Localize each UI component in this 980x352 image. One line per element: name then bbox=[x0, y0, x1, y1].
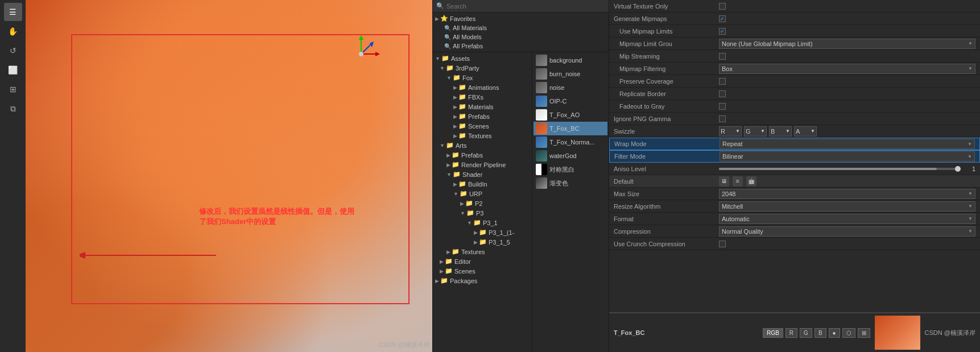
format-dropdown[interactable]: Automatic ▼ bbox=[719, 214, 975, 224]
asset-t-fox-bc[interactable]: T_Fox_BC bbox=[534, 122, 607, 135]
resize-algorithm-dropdown[interactable]: Mitchell ▼ bbox=[719, 201, 975, 212]
asset-watergod-thumb bbox=[536, 150, 547, 161]
virtual-texture-only-checkbox[interactable] bbox=[719, 3, 726, 10]
asset-burn-noise[interactable]: burn_noise bbox=[534, 67, 607, 81]
tree-prefabs[interactable]: ▶ 📁 Prefabs bbox=[433, 111, 532, 121]
generate-mipmaps-checkbox[interactable] bbox=[719, 15, 726, 22]
asset-duicheng[interactable]: 对称黑白 bbox=[534, 163, 607, 176]
tree-scenes[interactable]: ▶ 📁 Scenes bbox=[433, 121, 532, 131]
tree-p3-1-5[interactable]: ▶ 📁 P3_1_5 bbox=[433, 237, 532, 247]
textures2-folder-icon: 📁 bbox=[452, 248, 460, 255]
tree-scenes-label: Scenes bbox=[468, 123, 489, 130]
tree-assets[interactable]: ▼ 📁 Assets bbox=[433, 53, 532, 63]
tree-3rdparty[interactable]: ▼ 📁 3rdParty bbox=[433, 63, 532, 73]
favorite-all-prefabs[interactable]: 🔍 All Prefabs bbox=[433, 42, 609, 51]
tree-animations[interactable]: ▶ 📁 Animations bbox=[433, 82, 532, 92]
toolbar-icon-transform[interactable]: ⧉ bbox=[4, 100, 22, 118]
asset-jianbian[interactable]: 渐变色 bbox=[534, 176, 607, 190]
filter-mode-label: Filter Mode bbox=[614, 153, 720, 160]
tree-editor[interactable]: ▶ 📁 Editor bbox=[433, 256, 532, 266]
render-pipeline-folder-icon: 📁 bbox=[452, 161, 460, 168]
toolbar-icon-rotate[interactable]: ↺ bbox=[4, 42, 22, 60]
replicate-border-checkbox[interactable] bbox=[719, 90, 726, 97]
channel-extra1-button[interactable]: ⬡ bbox=[842, 328, 855, 338]
tree-urp[interactable]: ▼ 📁 URP bbox=[433, 189, 532, 198]
favorite-all-materials[interactable]: 🔍 All Materials bbox=[433, 23, 609, 32]
channel-r-button[interactable]: R bbox=[785, 328, 797, 338]
tree-fbxs[interactable]: ▶ 📁 FBXs bbox=[433, 92, 532, 102]
swizzle-a[interactable]: A ▼ bbox=[794, 126, 817, 136]
tree-render-pipeline[interactable]: ▶ 📁 Render Pipeline bbox=[433, 160, 532, 169]
swizzle-g[interactable]: G ▼ bbox=[744, 126, 767, 136]
asset-noise[interactable]: noise bbox=[534, 81, 607, 94]
aniso-slider-thumb[interactable] bbox=[955, 166, 961, 172]
use-mipmap-limits-checkbox[interactable] bbox=[719, 28, 726, 35]
mipmap-limit-group-value: None (Use Global Mipmap Limit) ▼ bbox=[719, 39, 975, 49]
tree-prefabs2[interactable]: ▶ 📁 Prefabs bbox=[433, 150, 532, 160]
aniso-slider-fill bbox=[719, 168, 937, 170]
wrap-mode-dropdown[interactable]: Repeat ▼ bbox=[720, 139, 975, 149]
tree-textures2[interactable]: ▶ 📁 Textures bbox=[433, 247, 532, 256]
swizzle-b[interactable]: B ▼ bbox=[769, 126, 792, 136]
android-platform-icon[interactable]: 🤖 bbox=[746, 176, 756, 187]
row-replicate-border: Replicate Border bbox=[609, 88, 980, 100]
compression-dropdown[interactable]: Normal Quality ▼ bbox=[719, 226, 975, 237]
preserve-coverage-checkbox[interactable] bbox=[719, 78, 726, 85]
animations-folder-icon: 📁 bbox=[458, 84, 466, 91]
use-crunch-label: Use Crunch Compression bbox=[614, 241, 719, 247]
toolbar-icon-menu[interactable]: ☰ bbox=[4, 3, 22, 21]
mipmap-filtering-dropdown[interactable]: Box ▼ bbox=[719, 64, 975, 74]
tree-p3-1-1[interactable]: ▶ 📁 P3_1_(1- bbox=[433, 227, 532, 237]
asset-t-fox-ao[interactable]: T_Fox_AO bbox=[534, 108, 607, 122]
use-mipmap-limits-label: Use Mipmap Limits bbox=[614, 28, 719, 35]
tree-shader[interactable]: ▼ 📁 Shader bbox=[433, 169, 532, 179]
channel-g-button[interactable]: G bbox=[800, 328, 812, 338]
shader-expand-arrow: ▼ bbox=[446, 172, 452, 177]
mip-streaming-checkbox[interactable] bbox=[719, 53, 726, 60]
toolbar-icon-rect[interactable]: ⊞ bbox=[4, 80, 22, 98]
wrap-mode-value: Repeat ▼ bbox=[720, 139, 975, 149]
tree-scenes2[interactable]: ▶ 📁 Scenes bbox=[433, 266, 532, 276]
toolbar-icon-hand[interactable]: ✋ bbox=[4, 22, 22, 40]
favorites-header[interactable]: ▶ ⭐ Favorites bbox=[433, 14, 609, 23]
fadeout-to-gray-checkbox[interactable] bbox=[719, 103, 726, 110]
favorite-all-models[interactable]: 🔍 All Models bbox=[433, 32, 609, 42]
replicate-border-value bbox=[719, 90, 975, 97]
ignore-png-gamma-checkbox[interactable] bbox=[719, 115, 726, 122]
search-input[interactable] bbox=[446, 3, 605, 10]
scenes2-expand-arrow: ▶ bbox=[440, 268, 444, 274]
max-size-dropdown[interactable]: 2048 ▼ bbox=[719, 189, 975, 199]
channel-extra2-button[interactable]: ⊞ bbox=[858, 328, 870, 338]
default-platform-value: 🖥 ≡ 🤖 bbox=[719, 176, 975, 187]
prefabs-folder-icon: 📁 bbox=[458, 113, 466, 120]
swizzle-r[interactable]: R ▼ bbox=[719, 126, 742, 136]
mobile-platform-icon[interactable]: ≡ bbox=[733, 176, 743, 187]
filter-mode-dropdown[interactable]: Bilinear ▼ bbox=[720, 151, 975, 161]
mipmap-limit-group-arrow: ▼ bbox=[968, 41, 973, 46]
tree-p3-1[interactable]: ▼ 📁 P3_1 bbox=[433, 218, 532, 227]
tree-p3[interactable]: ▼ 📁 P3 bbox=[433, 208, 532, 218]
channel-rgb-button[interactable]: RGB bbox=[763, 328, 783, 338]
asset-t-fox-norma[interactable]: T_Fox_Norma... bbox=[534, 135, 607, 149]
tree-p2[interactable]: ▶ 📁 P2 bbox=[433, 198, 532, 208]
asset-watergod-label: waterGod bbox=[549, 152, 577, 159]
asset-background[interactable]: background bbox=[534, 53, 607, 67]
tree-textures[interactable]: ▶ 📁 Textures bbox=[433, 131, 532, 140]
tree-materials[interactable]: ▶ 📁 Materials bbox=[433, 102, 532, 111]
aniso-slider-track[interactable] bbox=[719, 168, 961, 170]
asset-oip-c[interactable]: OIP-C bbox=[534, 94, 607, 108]
toolbar-icon-scale[interactable]: ⬜ bbox=[4, 61, 22, 79]
channel-b-button[interactable]: B bbox=[814, 328, 826, 338]
row-mipmap-filtering: Mipmap Filtering Box ▼ bbox=[609, 63, 980, 75]
tree-arts[interactable]: ▼ 📁 Arts bbox=[433, 140, 532, 150]
mipmap-limit-group-dropdown[interactable]: None (Use Global Mipmap Limit) ▼ bbox=[719, 39, 975, 49]
tree-fox[interactable]: ▼ 📁 Fox bbox=[433, 73, 532, 82]
mipmap-filtering-text: Box bbox=[722, 65, 733, 72]
tree-packages[interactable]: ▶ 📁 Packages bbox=[433, 276, 532, 285]
resize-algorithm-value: Mitchell ▼ bbox=[719, 201, 975, 212]
asset-watergod[interactable]: waterGod bbox=[534, 149, 607, 163]
monitor-platform-icon[interactable]: 🖥 bbox=[719, 176, 729, 187]
channel-alpha-button[interactable]: ● bbox=[829, 328, 840, 338]
use-crunch-checkbox[interactable] bbox=[719, 241, 726, 247]
tree-buildin[interactable]: ▶ 📁 BuildIn bbox=[433, 179, 532, 189]
